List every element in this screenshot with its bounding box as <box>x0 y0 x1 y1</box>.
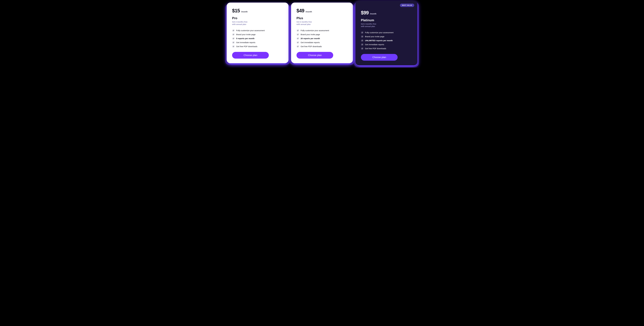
feature-list: Fully customize your assessment Brand yo… <box>296 29 348 48</box>
check-icon <box>296 41 299 44</box>
feature-item: Brand your invite page <box>361 35 412 38</box>
promo-line-2: with annual plan <box>232 23 246 25</box>
feature-item: Fully customize your assessment <box>361 31 412 34</box>
check-icon <box>232 37 235 40</box>
feature-item: 5 reports per month <box>232 37 283 40</box>
feature-text: UNLIMITED reports per month <box>365 40 393 42</box>
plan-name: Platinum <box>361 18 412 22</box>
feature-item: Get free PDF downloads <box>361 47 412 50</box>
feature-list: Fully customize your assessment Brand yo… <box>361 31 412 50</box>
promo-line-1: Get 2 months free <box>361 23 376 25</box>
check-icon <box>296 33 299 36</box>
check-icon <box>361 35 364 38</box>
promo-line-2: with annual plan <box>296 23 311 25</box>
choose-plan-button[interactable]: Choose plan <box>296 52 333 58</box>
price-amount: $49 <box>296 8 304 14</box>
feature-text: 20 reports per month <box>300 37 320 40</box>
check-icon <box>361 39 364 42</box>
price-period: /month <box>306 10 312 13</box>
check-icon <box>232 45 235 48</box>
best-value-badge: BEST VALUE <box>400 4 414 7</box>
feature-item: Get immediate reports <box>296 41 348 44</box>
price-amount: $99 <box>361 10 369 16</box>
plan-name: Pro <box>232 16 283 20</box>
plan-promo: Get 2 months free with annual plan <box>361 23 412 28</box>
check-icon <box>232 33 235 36</box>
feature-item: Get immediate reports <box>232 41 283 44</box>
choose-plan-button[interactable]: Choose plan <box>361 54 398 61</box>
check-icon <box>361 43 364 46</box>
check-icon <box>296 29 299 32</box>
price-amount: $15 <box>232 8 240 14</box>
plan-name: Plus <box>296 16 348 20</box>
promo-line-1: Get 2 months free <box>232 21 248 23</box>
feature-text: Brand your invite page <box>365 36 384 38</box>
feature-item: Get free PDF downloads <box>232 45 283 48</box>
feature-text: Get immediate reports <box>236 41 255 44</box>
feature-text: Get free PDF downloads <box>365 48 386 50</box>
feature-item: Fully customize your assessment <box>232 29 283 32</box>
feature-list: Fully customize your assessment Brand yo… <box>232 29 283 48</box>
choose-plan-button[interactable]: Choose plan <box>232 52 269 58</box>
promo-line-1: Get 2 months free <box>296 21 312 23</box>
price-period: /month <box>370 12 376 15</box>
price-row: $99 /month <box>361 10 412 16</box>
pricing-card-plus: $49 /month Plus Get 2 months free with a… <box>291 2 353 63</box>
pricing-card-platinum: BEST VALUE $99 /month Platinum Get 2 mon… <box>356 1 417 65</box>
feature-item: Brand your invite page <box>296 33 348 36</box>
feature-item: Brand your invite page <box>232 33 283 36</box>
check-icon <box>296 37 299 40</box>
feature-item: Get immediate reports <box>361 43 412 46</box>
feature-text: Get free PDF downloads <box>300 45 322 48</box>
feature-text: Fully customize your assessment <box>300 29 329 32</box>
feature-text: Brand your invite page <box>236 33 256 36</box>
price-row: $15 /month <box>232 8 283 14</box>
feature-text: Fully customize your assessment <box>365 32 394 34</box>
feature-text: Get free PDF downloads <box>236 45 257 48</box>
plan-promo: Get 2 months free with annual plan <box>296 21 348 26</box>
feature-item: Fully customize your assessment <box>296 29 348 32</box>
price-period: /month <box>241 10 248 13</box>
feature-text: Brand your invite page <box>300 33 320 36</box>
feature-item: 20 reports per month <box>296 37 348 40</box>
promo-line-2: with annual plan <box>361 25 375 28</box>
check-icon <box>232 29 235 32</box>
check-icon <box>296 45 299 48</box>
check-icon <box>361 31 364 34</box>
feature-item: Get free PDF downloads <box>296 45 348 48</box>
check-icon <box>232 41 235 44</box>
feature-text: Get immediate reports <box>300 41 320 44</box>
plan-promo: Get 2 months free with annual plan <box>232 21 283 26</box>
feature-text: 5 reports per month <box>236 37 254 40</box>
price-row: $49 /month <box>296 8 348 14</box>
feature-item: UNLIMITED reports per month <box>361 39 412 42</box>
feature-text: Fully customize your assessment <box>236 29 265 32</box>
pricing-card-pro: $15 /month Pro Get 2 months free with an… <box>227 2 288 63</box>
check-icon <box>361 47 364 50</box>
feature-text: Get immediate reports <box>365 44 384 46</box>
